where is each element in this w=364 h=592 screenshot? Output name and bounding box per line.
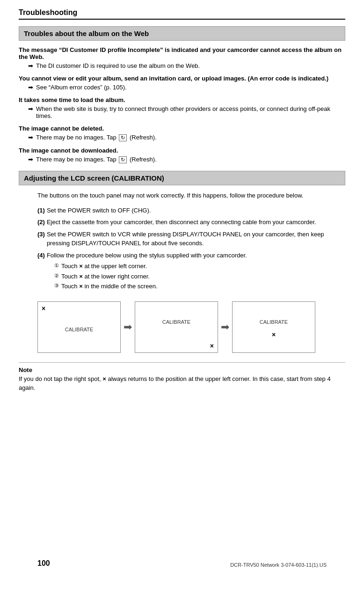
note-text: If you do not tap the right spot, × alwa… (19, 374, 345, 393)
step-4: (4) Follow the procedure below using the… (37, 251, 345, 292)
arrow-right-1: ➡ (124, 321, 132, 333)
sub-step-1: ① Touch × at the upper left corner. (54, 262, 247, 271)
sub-step-text: Touch × at the lower right corner. (61, 272, 150, 281)
problem-title-5: The image cannot be downloaded. (19, 147, 345, 154)
step-text: Follow the procedure below using the sty… (47, 251, 247, 292)
step-3: (3) Set the POWER switch to VCR while pr… (37, 230, 345, 248)
problem-title-2: You cannot view or edit your album, send… (19, 75, 345, 82)
step-num: (3) (37, 230, 45, 239)
refresh-icon: ↻ (119, 156, 127, 163)
sub-step-text: Touch × in the middle of the screen. (61, 282, 158, 291)
calibrate-diagrams: × CALIBRATE ➡ CALIBRATE × ➡ CALIBRATE × (37, 301, 327, 353)
sub-step-text: Touch × at the upper left corner. (61, 262, 147, 271)
x-mark-center: × (272, 331, 276, 338)
x-mark-bottomright: × (210, 342, 214, 350)
steps-container: (1) Set the POWER switch to OFF (CHG). (… (37, 206, 345, 292)
problem-title-1: The message “DI Customer ID profile Inco… (19, 46, 345, 60)
sub-step-2: ② Touch × at the lower right corner. (54, 272, 247, 281)
arrow-right-2: ➡ (221, 321, 229, 333)
refresh-icon: ↻ (119, 134, 127, 141)
calibrate-box-1: × CALIBRATE (37, 301, 121, 353)
calibrate-box-2: CALIBRATE × (135, 301, 218, 353)
step-num: (4) (37, 251, 45, 260)
doc-number: DCR-TRV50 Network 3-074-603-11(1).US (230, 562, 327, 568)
note-title: Note (19, 366, 345, 373)
step-2: (2) Eject the cassette from your camcord… (37, 218, 345, 227)
solution-text: The DI customer ID is required to use th… (36, 62, 345, 69)
arrow-icon: ➡ (28, 156, 33, 163)
section2-header: Adjusting the LCD screen (CALIBRATION) (19, 171, 345, 185)
sub-step-3: ③ Touch × in the middle of the screen. (54, 282, 247, 291)
arrow-icon: ➡ (28, 84, 33, 91)
calibrate-box-3: CALIBRATE × (232, 301, 315, 353)
sub-step-num: ① (54, 262, 59, 270)
section1-header: Troubles about the album on the Web (19, 26, 345, 41)
arrow-icon: ➡ (28, 62, 33, 69)
solution-item: ➡ There may be no images. Tap ↻ (Refresh… (28, 156, 345, 163)
note-section: Note If you do not tap the right spot, ×… (19, 362, 345, 393)
arrow-icon: ➡ (28, 105, 33, 112)
x-mark-topleft: × (42, 305, 45, 312)
step-text: Set the POWER switch to VCR while pressi… (47, 230, 345, 248)
calibrate-label-1: CALIBRATE (65, 327, 93, 332)
calibrate-label-2: CALIBRATE (162, 319, 190, 325)
step-1: (1) Set the POWER switch to OFF (CHG). (37, 206, 345, 215)
arrow-icon: ➡ (28, 134, 33, 141)
sub-step-num: ③ (54, 282, 59, 290)
solution-text: When the web site is busy, try to connec… (36, 105, 345, 119)
solution-item: ➡ There may be no images. Tap ↻ (Refresh… (28, 134, 345, 141)
calibration-intro: The buttons on the touch panel may not w… (37, 191, 345, 200)
solution-item: ➡ See “Album error codes” (p. 105). (28, 84, 345, 91)
solution-item: ➡ The DI customer ID is required to use … (28, 62, 345, 69)
solution-item: ➡ When the web site is busy, try to conn… (28, 105, 345, 119)
page-number: 100 (37, 559, 50, 568)
step-text: Set the POWER switch to OFF (CHG). (47, 206, 151, 215)
sub-steps: ① Touch × at the upper left corner. ② To… (54, 262, 247, 291)
calibrate-label-3: CALIBRATE (260, 319, 288, 325)
problem-title-3: It takes some time to load the album. (19, 96, 345, 103)
problem-title-4: The image cannot be deleted. (19, 125, 345, 132)
solution-text: There may be no images. Tap ↻ (Refresh). (36, 156, 345, 163)
solution-text: See “Album error codes” (p. 105). (36, 84, 345, 91)
step-text: Eject the cassette from your camcorder, … (47, 218, 316, 227)
page-title: Troubleshooting (19, 8, 345, 20)
sub-step-num: ② (54, 272, 59, 280)
step-num: (2) (37, 218, 45, 227)
solution-text: There may be no images. Tap ↻ (Refresh). (36, 134, 345, 141)
step-num: (1) (37, 206, 45, 215)
